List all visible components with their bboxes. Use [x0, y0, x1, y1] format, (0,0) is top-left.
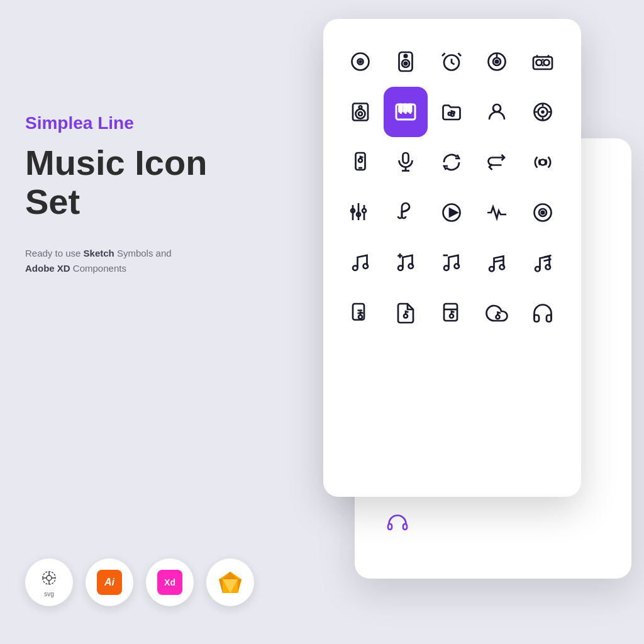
badge-svg: svg [25, 558, 73, 606]
icon-waveform [475, 187, 519, 238]
svg-rect-61 [409, 104, 412, 112]
svg-point-111 [450, 314, 453, 318]
svg-line-101 [494, 260, 504, 262]
svg-point-44 [496, 60, 499, 64]
icon-alarm [430, 36, 474, 87]
icon-mic [384, 137, 428, 187]
svg-marker-86 [450, 209, 457, 216]
svg-point-52 [356, 109, 365, 119]
front-icon-grid [338, 36, 566, 338]
icon-speaker [384, 36, 428, 87]
icon-music-file3 [430, 288, 474, 338]
svg-point-54 [359, 106, 362, 109]
svg-point-84 [362, 209, 366, 213]
svg-point-47 [536, 60, 541, 65]
svg-point-108 [404, 314, 408, 318]
sketch-icon [218, 570, 243, 594]
svg-point-107 [358, 315, 362, 319]
icon-music-file1 [338, 288, 382, 338]
icon-disc [475, 36, 519, 87]
svg-point-96 [444, 266, 449, 271]
icon-record [521, 187, 565, 238]
svg-point-70 [358, 158, 362, 162]
svg-point-112 [496, 315, 500, 319]
svg-marker-8 [238, 579, 242, 593]
icon-folder-music [430, 87, 474, 137]
svg-point-92 [398, 266, 403, 271]
icon-loop [475, 137, 519, 187]
icon-note [338, 238, 382, 288]
main-title: Music Icon Set [25, 143, 264, 221]
xd-icon-bg: Xd [157, 570, 182, 595]
description: Ready to use Sketch Symbols and Adobe XD… [25, 246, 264, 276]
badge-sketch [206, 558, 254, 606]
svg-point-74 [540, 160, 545, 165]
icon-earbuds [384, 187, 428, 238]
svg-rect-60 [404, 104, 407, 112]
svg-point-36 [360, 61, 362, 63]
icon-vinyl [338, 36, 382, 87]
svg-rect-71 [403, 153, 409, 164]
icon-boombox [521, 36, 565, 87]
icon-speaker2 [338, 87, 382, 137]
icon-piano-highlighted [384, 87, 428, 137]
svg-point-89 [541, 211, 544, 214]
svg-point-91 [364, 264, 369, 269]
svg-point-67 [541, 111, 543, 113]
icon-music-signal [521, 87, 565, 137]
left-panel: Simplea Line Music Icon Set Ready to use… [25, 113, 264, 276]
icon-refresh [430, 137, 474, 187]
svg-point-48 [543, 60, 549, 65]
badge-ai: Ai [86, 558, 133, 606]
svg-point-102 [535, 267, 540, 272]
icon-playlist [521, 238, 565, 288]
svg-point-93 [409, 264, 414, 269]
icon-cell-back [372, 497, 423, 547]
svg-point-103 [545, 265, 550, 270]
icon-note-minus [430, 238, 474, 288]
icon-phone-music [338, 137, 382, 187]
svg-point-40 [404, 55, 408, 58]
card-front [323, 19, 581, 497]
svg-point-99 [489, 267, 494, 272]
svg-icon [39, 568, 59, 588]
svg-point-39 [404, 62, 408, 65]
icon-equalizer [338, 187, 382, 238]
icon-note-add [384, 238, 428, 288]
svg-point-100 [500, 265, 505, 270]
icon-play [430, 187, 474, 238]
svg-marker-7 [219, 579, 223, 593]
svg-rect-59 [399, 104, 402, 112]
headphones-icon [386, 511, 409, 533]
icon-podcast [521, 137, 565, 187]
icon-music-file2 [384, 288, 428, 338]
svg-point-63 [451, 113, 454, 116]
icon-voice-id [475, 87, 519, 137]
svg-point-97 [454, 264, 459, 269]
icon-cloud-music [475, 288, 519, 338]
svg-rect-32 [388, 524, 392, 530]
svg-point-90 [353, 266, 358, 271]
icon-notes [475, 238, 519, 288]
icon-headphones [521, 288, 565, 338]
badge-xd: Xd [146, 558, 194, 606]
ai-icon-bg: Ai [97, 570, 122, 595]
brand-title: Simplea Line [25, 113, 264, 133]
svg-rect-33 [403, 524, 407, 530]
badges-row: svg Ai Xd [25, 558, 254, 606]
svg-point-0 [47, 575, 52, 580]
svg-point-53 [358, 112, 362, 116]
